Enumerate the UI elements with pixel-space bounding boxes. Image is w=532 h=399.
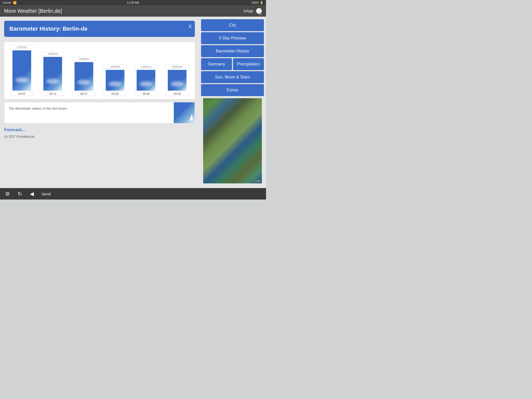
bar-visual (106, 70, 124, 91)
thumbnail (174, 102, 195, 123)
bar-visual (43, 57, 62, 91)
bar-sky-image (137, 70, 155, 91)
chart-bar-item: 1006mb09:58 (102, 65, 128, 96)
mb-label: 1010mb (10, 45, 34, 49)
map-area: Legal (203, 98, 262, 183)
status-left: Carrier 📶 (3, 1, 17, 4)
chart-bar-item: 1006mb09:58 (133, 65, 159, 96)
bar-sky-image (75, 62, 93, 91)
5day-preview-button[interactable]: 5 Day Preview (201, 32, 264, 44)
cloud-overlay (15, 77, 28, 83)
extras-button[interactable]: Extras (201, 84, 264, 96)
cloud-overlay (77, 80, 90, 85)
settings-icon[interactable]: ⚙ (5, 191, 10, 197)
time-label: 09:58 (134, 92, 158, 96)
close-button[interactable]: X (189, 24, 192, 29)
arrow-icon (188, 114, 193, 121)
send-button[interactable]: Send (42, 192, 51, 196)
banner: Barometer History: Berlin-de X (4, 21, 195, 37)
precipitation-button[interactable]: Precipitation (233, 58, 264, 70)
bar-visual (137, 70, 155, 91)
germany-button[interactable]: Germany (201, 58, 232, 70)
forecast-link[interactable]: Forecast... (4, 128, 195, 132)
barometer-history-button[interactable]: Barometer History (201, 45, 264, 57)
cloud-overlay (139, 81, 152, 87)
time-label: 09:58 (103, 92, 127, 96)
bar-visual (168, 70, 187, 91)
chart-bar-item: 1010mb04:43 (9, 45, 35, 96)
mb-label: 1008mb (72, 57, 96, 61)
status-bar: Carrier 📶 11:08 AM 100% 🔋 (0, 0, 266, 5)
mb-label: 1006mb (134, 65, 158, 69)
bar-visual (75, 62, 93, 91)
chart-container: 1010mb04:431009mb06:411008mb08:271006mb0… (6, 44, 193, 97)
status-right: 100% 🔋 (251, 1, 263, 4)
cloud-overlay (171, 81, 184, 87)
carrier-label: Carrier (3, 1, 11, 4)
back-icon[interactable]: ◀ (30, 191, 34, 197)
time-label: 09:58 (165, 92, 189, 96)
chart-section: 1010mb04:431009mb06:411008mb08:271006mb0… (4, 42, 195, 99)
right-panel: City 5 Day Preview Barometer History Ger… (199, 17, 266, 188)
time-label: 04:43 (10, 92, 34, 96)
left-panel: Barometer History: Berlin-de X 1010mb04:… (0, 17, 199, 188)
bar-visual (12, 50, 31, 91)
sun-moon-stars-button[interactable]: Sun, Moon & Stars (201, 71, 264, 83)
chart-bar-item: 1008mb08:27 (71, 57, 97, 96)
chart-bar-item: 1009mb06:41 (40, 52, 66, 96)
banner-title: Barometer History: Berlin-de (9, 25, 88, 32)
nav-bar: More Weather [Berlin,de] inApp i de (0, 5, 266, 17)
battery-icon: 🔋 (260, 1, 263, 4)
bar-sky-image (106, 70, 124, 91)
map-legal-label: Legal (255, 180, 261, 182)
inapp-label: inApp (244, 9, 253, 13)
chart-bar-item: 1006mb09:58 (164, 65, 190, 96)
bottom-bar: ⚙ ↻ ◀ Send (0, 188, 266, 200)
mb-label: 1006mb (165, 65, 189, 69)
status-time: 11:08 AM (127, 1, 139, 4)
copyright-text: (c) 2017 Pocketkai.de (4, 135, 195, 138)
city-button[interactable]: City (201, 19, 264, 31)
two-button-row: Germany Precipitation (201, 58, 264, 70)
cloud-overlay (109, 81, 122, 87)
cloud-overlay (46, 79, 59, 84)
bar-sky-image (12, 50, 31, 91)
mb-label: 1009mb (41, 52, 64, 56)
battery-label: 100% (251, 1, 259, 4)
description-section: The Barometer values of the last hours. (4, 102, 195, 123)
main-content: Barometer History: Berlin-de X 1010mb04:… (0, 17, 266, 188)
bar-sky-image (168, 70, 187, 91)
bar-sky-image (43, 57, 62, 91)
lang-label: de (259, 12, 262, 16)
time-label: 08:27 (72, 92, 96, 96)
description-text: The Barometer values of the last hours. (4, 102, 174, 123)
wifi-icon: 📶 (13, 1, 17, 4)
refresh-icon[interactable]: ↻ (18, 191, 22, 197)
time-label: 06:41 (41, 92, 64, 96)
nav-title: More Weather [Berlin,de] (4, 8, 62, 14)
mb-label: 1006mb (103, 65, 127, 69)
